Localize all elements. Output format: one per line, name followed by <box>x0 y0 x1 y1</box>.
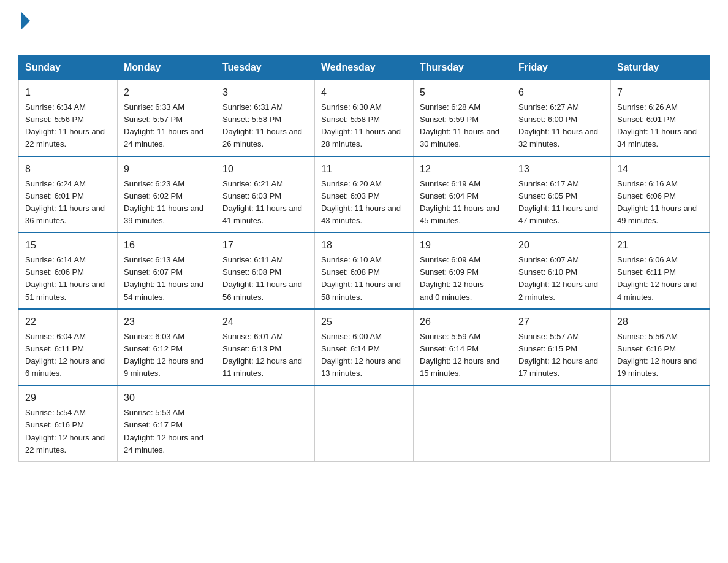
day-info: Sunrise: 6:19 AMSunset: 6:04 PMDaylight:… <box>420 178 506 228</box>
day-number: 10 <box>222 162 308 177</box>
logo-arrow-icon <box>21 12 30 29</box>
days-of-week-row: SundayMondayTuesdayWednesdayThursdayFrid… <box>19 56 710 80</box>
day-of-week-header: Sunday <box>19 56 118 80</box>
calendar-cell: 10Sunrise: 6:21 AMSunset: 6:03 PMDayligh… <box>216 156 315 233</box>
day-info: Sunrise: 6:27 AMSunset: 6:00 PMDaylight:… <box>518 101 604 151</box>
calendar-cell: 1Sunrise: 6:34 AMSunset: 5:56 PMDaylight… <box>19 80 118 156</box>
day-of-week-header: Thursday <box>414 56 512 80</box>
calendar-cell: 7Sunrise: 6:26 AMSunset: 6:01 PMDaylight… <box>611 80 710 156</box>
calendar-cell: 17Sunrise: 6:11 AMSunset: 6:08 PMDayligh… <box>216 232 315 309</box>
week-row: 8Sunrise: 6:24 AMSunset: 6:01 PMDaylight… <box>19 156 710 233</box>
calendar-cell: 11Sunrise: 6:20 AMSunset: 6:03 PMDayligh… <box>315 156 414 233</box>
day-number: 21 <box>617 238 703 253</box>
day-number: 8 <box>25 162 111 177</box>
day-info: Sunrise: 5:54 AMSunset: 6:16 PMDaylight:… <box>25 407 111 456</box>
day-number: 13 <box>518 162 604 177</box>
calendar-cell: 3Sunrise: 6:31 AMSunset: 5:58 PMDaylight… <box>216 80 315 156</box>
logo <box>18 12 30 49</box>
day-info: Sunrise: 6:34 AMSunset: 5:56 PMDaylight:… <box>25 101 111 151</box>
day-of-week-header: Wednesday <box>315 56 414 80</box>
day-number: 9 <box>124 162 210 177</box>
day-number: 5 <box>420 85 506 100</box>
day-info: Sunrise: 6:24 AMSunset: 6:01 PMDaylight:… <box>25 178 111 228</box>
day-info: Sunrise: 5:53 AMSunset: 6:17 PMDaylight:… <box>124 407 210 456</box>
day-number: 15 <box>25 238 111 253</box>
calendar-cell: 29Sunrise: 5:54 AMSunset: 6:16 PMDayligh… <box>19 385 118 461</box>
calendar-cell: 28Sunrise: 5:56 AMSunset: 6:16 PMDayligh… <box>611 309 710 386</box>
day-info: Sunrise: 6:03 AMSunset: 6:12 PMDaylight:… <box>124 331 210 380</box>
calendar-cell: 6Sunrise: 6:27 AMSunset: 6:00 PMDaylight… <box>512 80 611 156</box>
calendar-cell: 22Sunrise: 6:04 AMSunset: 6:11 PMDayligh… <box>19 309 118 386</box>
day-info: Sunrise: 6:28 AMSunset: 5:59 PMDaylight:… <box>420 101 506 151</box>
calendar-cell: 27Sunrise: 5:57 AMSunset: 6:15 PMDayligh… <box>512 309 611 386</box>
day-number: 1 <box>25 85 111 100</box>
calendar-table: SundayMondayTuesdayWednesdayThursdayFrid… <box>18 55 710 462</box>
week-row: 15Sunrise: 6:14 AMSunset: 6:06 PMDayligh… <box>19 232 710 309</box>
week-row: 1Sunrise: 6:34 AMSunset: 5:56 PMDaylight… <box>19 80 710 156</box>
day-number: 3 <box>222 85 308 100</box>
day-of-week-header: Monday <box>118 56 216 80</box>
calendar-cell: 24Sunrise: 6:01 AMSunset: 6:13 PMDayligh… <box>216 309 315 386</box>
calendar-cell: 23Sunrise: 6:03 AMSunset: 6:12 PMDayligh… <box>118 309 216 386</box>
day-info: Sunrise: 6:14 AMSunset: 6:06 PMDaylight:… <box>25 254 111 304</box>
day-number: 26 <box>420 315 506 329</box>
day-info: Sunrise: 6:17 AMSunset: 6:05 PMDaylight:… <box>518 178 604 228</box>
day-info: Sunrise: 6:00 AMSunset: 6:14 PMDaylight:… <box>321 331 407 380</box>
calendar-cell: 12Sunrise: 6:19 AMSunset: 6:04 PMDayligh… <box>414 156 512 233</box>
day-info: Sunrise: 6:10 AMSunset: 6:08 PMDaylight:… <box>321 254 407 304</box>
calendar-cell: 4Sunrise: 6:30 AMSunset: 5:58 PMDaylight… <box>315 80 414 156</box>
day-info: Sunrise: 6:16 AMSunset: 6:06 PMDaylight:… <box>617 178 703 228</box>
day-number: 19 <box>420 238 506 253</box>
day-number: 30 <box>124 391 210 405</box>
calendar-cell: 2Sunrise: 6:33 AMSunset: 5:57 PMDaylight… <box>118 80 216 156</box>
day-info: Sunrise: 5:59 AMSunset: 6:14 PMDaylight:… <box>420 331 506 380</box>
day-info: Sunrise: 6:20 AMSunset: 6:03 PMDaylight:… <box>321 178 407 228</box>
calendar-cell <box>315 385 414 461</box>
day-info: Sunrise: 6:26 AMSunset: 6:01 PMDaylight:… <box>617 101 703 151</box>
calendar-cell: 30Sunrise: 5:53 AMSunset: 6:17 PMDayligh… <box>118 385 216 461</box>
day-of-week-header: Saturday <box>611 56 710 80</box>
day-number: 28 <box>617 315 703 329</box>
day-info: Sunrise: 6:21 AMSunset: 6:03 PMDaylight:… <box>222 178 308 228</box>
day-number: 20 <box>518 238 604 253</box>
week-row: 29Sunrise: 5:54 AMSunset: 6:16 PMDayligh… <box>19 385 710 461</box>
day-info: Sunrise: 6:11 AMSunset: 6:08 PMDaylight:… <box>222 254 308 304</box>
day-of-week-header: Friday <box>512 56 611 80</box>
day-number: 23 <box>124 315 210 329</box>
day-info: Sunrise: 6:13 AMSunset: 6:07 PMDaylight:… <box>124 254 210 304</box>
day-number: 11 <box>321 162 407 177</box>
day-number: 17 <box>222 238 308 253</box>
calendar-cell: 8Sunrise: 6:24 AMSunset: 6:01 PMDaylight… <box>19 156 118 233</box>
calendar-cell: 15Sunrise: 6:14 AMSunset: 6:06 PMDayligh… <box>19 232 118 309</box>
day-number: 7 <box>617 85 703 100</box>
day-number: 12 <box>420 162 506 177</box>
calendar-cell: 19Sunrise: 6:09 AMSunset: 6:09 PMDayligh… <box>414 232 512 309</box>
day-info: Sunrise: 5:57 AMSunset: 6:15 PMDaylight:… <box>518 331 604 380</box>
day-info: Sunrise: 6:06 AMSunset: 6:11 PMDaylight:… <box>617 254 703 304</box>
page-header <box>18 12 710 49</box>
calendar-cell: 13Sunrise: 6:17 AMSunset: 6:05 PMDayligh… <box>512 156 611 233</box>
day-number: 24 <box>222 315 308 329</box>
calendar-cell <box>216 385 315 461</box>
day-number: 2 <box>124 85 210 100</box>
day-number: 6 <box>518 85 604 100</box>
day-info: Sunrise: 6:31 AMSunset: 5:58 PMDaylight:… <box>222 101 308 151</box>
calendar-cell <box>611 385 710 461</box>
day-number: 14 <box>617 162 703 177</box>
day-info: Sunrise: 6:30 AMSunset: 5:58 PMDaylight:… <box>321 101 407 151</box>
day-number: 25 <box>321 315 407 329</box>
calendar-cell: 9Sunrise: 6:23 AMSunset: 6:02 PMDaylight… <box>118 156 216 233</box>
day-info: Sunrise: 6:07 AMSunset: 6:10 PMDaylight:… <box>518 254 604 304</box>
day-number: 22 <box>25 315 111 329</box>
day-info: Sunrise: 6:01 AMSunset: 6:13 PMDaylight:… <box>222 331 308 380</box>
day-info: Sunrise: 6:23 AMSunset: 6:02 PMDaylight:… <box>124 178 210 228</box>
day-number: 29 <box>25 391 111 405</box>
calendar-cell: 14Sunrise: 6:16 AMSunset: 6:06 PMDayligh… <box>611 156 710 233</box>
calendar-cell <box>414 385 512 461</box>
calendar-cell: 18Sunrise: 6:10 AMSunset: 6:08 PMDayligh… <box>315 232 414 309</box>
day-number: 16 <box>124 238 210 253</box>
day-number: 27 <box>518 315 604 329</box>
day-info: Sunrise: 6:09 AMSunset: 6:09 PMDaylight:… <box>420 254 506 304</box>
day-info: Sunrise: 5:56 AMSunset: 6:16 PMDaylight:… <box>617 331 703 380</box>
calendar-cell: 20Sunrise: 6:07 AMSunset: 6:10 PMDayligh… <box>512 232 611 309</box>
